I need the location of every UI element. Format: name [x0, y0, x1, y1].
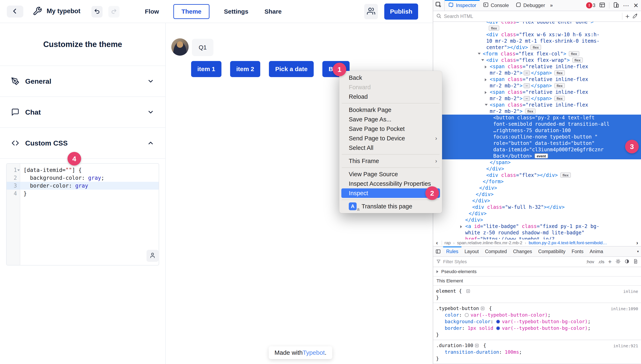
publish-button[interactable]: Publish — [384, 4, 418, 20]
markup-node[interactable]: <span class="relative inline-flex mr-2 m… — [433, 64, 641, 76]
meatball-menu-icon[interactable]: ⋯ — [623, 2, 630, 9]
markup-node[interactable]: <div class="flex"></div>flex — [433, 172, 641, 178]
filter-styles-input[interactable] — [443, 259, 584, 264]
inline-ellipsis[interactable]: ⋯ — [524, 70, 530, 76]
flex-badge[interactable]: flex — [560, 172, 571, 178]
rules-tab-anima[interactable]: Anima — [586, 246, 606, 256]
rules-tab-compatibility[interactable]: Compatibility — [535, 246, 569, 256]
toggle-pseudo-classes-button[interactable]: :hov — [586, 259, 594, 264]
flex-badge[interactable]: flex — [489, 26, 499, 31]
editor-line[interactable]: 1[data-itemid=""] { — [7, 166, 159, 174]
flex-badge[interactable]: flex — [554, 83, 565, 88]
sidebar-section-chat[interactable]: Chat — [0, 97, 165, 128]
devtools-tab-inspector[interactable]: Inspector — [445, 0, 480, 11]
highlight-rule-icon[interactable] — [466, 290, 470, 293]
menu-item-bookmark-page[interactable]: Bookmark Page — [339, 105, 442, 114]
markup-node[interactable]: <div class="w-full h-32"></div> — [433, 204, 641, 210]
flex-badge[interactable]: flex — [554, 96, 565, 101]
css-declaration[interactable]: color: var(--typebot-button-color); — [433, 312, 641, 318]
menu-item-view-page-source[interactable]: View Page Source — [339, 170, 442, 179]
rule-source-link[interactable]: inline:1090 — [611, 306, 638, 312]
css-declaration[interactable]: background-color: var(--typebot-button-b… — [433, 318, 641, 325]
preview-avatar-toggle-button[interactable] — [146, 250, 158, 262]
markup-node[interactable]: </div> — [433, 166, 641, 172]
sidebar-toggle-icon[interactable] — [433, 249, 443, 254]
markup-node[interactable]: </div> — [433, 210, 641, 217]
css-declaration[interactable]: border: 1px solid var(--typebot-button-b… — [433, 325, 641, 332]
menu-item-send-page-to-device[interactable]: Send Page to Device› — [339, 134, 442, 143]
tab-flow[interactable]: Flow — [143, 4, 160, 19]
breadcrumb-item[interactable]: rap — [445, 240, 451, 245]
editor-line[interactable]: 3 border-color: gray — [7, 182, 159, 190]
markup-node[interactable]: <div class="flex flex-wrap">flex — [433, 57, 641, 64]
flex-badge[interactable]: flex — [530, 45, 541, 50]
markup-node[interactable]: </div> — [433, 191, 641, 198]
markup-node[interactable]: </div> — [433, 185, 641, 191]
made-with-badge[interactable]: Made with Typebot . — [269, 346, 332, 359]
flex-badge[interactable]: flex — [554, 70, 565, 76]
print-simulation-icon[interactable] — [633, 259, 638, 265]
markup-node[interactable]: </div> — [433, 217, 641, 223]
devtools-tab-console[interactable]: Console — [480, 0, 512, 11]
node-picker-button[interactable] — [433, 0, 445, 11]
twisty-down-icon[interactable] — [478, 53, 481, 54]
flex-badge[interactable]: flex — [572, 58, 583, 63]
rules-tab-layout[interactable]: Layout — [462, 246, 482, 256]
twisty-right-icon[interactable] — [460, 225, 462, 228]
flex-badge[interactable]: flex — [525, 108, 536, 114]
color-swatch-blue[interactable] — [496, 326, 500, 330]
eyedropper-icon[interactable] — [632, 13, 638, 20]
rule-source-link[interactable]: inline:921 — [613, 342, 638, 349]
markup-node[interactable]: </form> — [433, 178, 641, 185]
toggle-classes-button[interactable]: .cls — [598, 259, 604, 264]
menu-item-select-all[interactable]: Select All — [339, 143, 442, 152]
back-button[interactable] — [7, 6, 23, 18]
rules-tab-changes[interactable]: Changes — [510, 246, 535, 256]
menu-item-back[interactable]: Back — [339, 73, 442, 82]
more-tabs-button[interactable]: » — [548, 0, 554, 11]
markup-node[interactable]: <span class="relative inline-flex mr-2 m… — [433, 76, 641, 89]
menu-item-save-page-to-pocket[interactable]: Save Page to Pocket — [339, 124, 442, 134]
event-badge[interactable]: event — [535, 153, 548, 158]
editor-line[interactable]: 4} — [7, 190, 159, 198]
light-scheme-icon[interactable] — [615, 259, 621, 265]
choice-button-item-1[interactable]: item 1 — [191, 61, 222, 77]
tab-theme[interactable]: Theme — [173, 4, 209, 19]
rule-source-link[interactable]: inline — [623, 288, 638, 295]
twisty-right-icon[interactable] — [485, 91, 487, 94]
markup-node[interactable]: <div class="flex bubble enter done">flex — [433, 22, 641, 32]
split-console-icon[interactable] — [599, 2, 605, 9]
fold-chevron-icon[interactable] — [17, 170, 20, 171]
add-node-icon[interactable]: + — [625, 13, 629, 20]
breadcrumb-item[interactable]: button.py-2.px-4.text-left.font-semibold… — [529, 240, 607, 245]
devtools-tab-debugger[interactable]: Debugger — [512, 0, 548, 11]
markup-node-selected[interactable]: <button class="py-2 px-4 text-left font-… — [433, 114, 641, 159]
rule-selector[interactable]: .typebot-button — [436, 306, 479, 311]
responsive-mode-icon[interactable] — [613, 2, 619, 9]
highlight-rule-icon[interactable] — [475, 344, 479, 347]
inline-ellipsis[interactable]: ⋯ — [524, 96, 530, 101]
menu-item-inspect-accessibility-properties[interactable]: Inspect Accessibility Properties — [339, 179, 442, 188]
dark-scheme-icon[interactable] — [624, 259, 629, 265]
breadcrumb-scroll-right-icon[interactable]: › — [635, 240, 639, 246]
markup-node[interactable]: <span class="relative inline-flex mr-2 m… — [433, 89, 641, 102]
tab-settings[interactable]: Settings — [222, 4, 250, 19]
rules-tab-rules[interactable]: Rules — [443, 246, 462, 256]
css-declaration[interactable]: transition-duration: 100ms; — [433, 349, 641, 355]
choice-button-item-2[interactable]: item 2 — [230, 61, 261, 77]
tab-share[interactable]: Share — [263, 4, 283, 19]
undo-button[interactable] — [91, 6, 103, 18]
twisty-down-icon[interactable] — [485, 104, 488, 106]
highlight-rule-icon[interactable] — [481, 307, 484, 310]
twisty-right-icon[interactable] — [485, 66, 487, 68]
sidebar-section-custom-css[interactable]: Custom CSS — [0, 128, 165, 158]
menu-item-translate-this-page[interactable]: AaTranslate this page — [339, 202, 442, 211]
search-html-input[interactable] — [444, 14, 619, 19]
rule-selector[interactable]: element — [436, 288, 456, 294]
inline-ellipsis[interactable]: ⋯ — [524, 83, 530, 88]
menu-item-save-page-as[interactable]: Save Page As... — [339, 114, 442, 124]
markup-node[interactable]: </div> — [433, 198, 641, 204]
markup-node[interactable]: </span> — [433, 159, 641, 166]
rule-selector[interactable]: .duration-100 — [436, 343, 473, 348]
choice-button-pick-a-date[interactable]: Pick a date — [269, 61, 314, 77]
